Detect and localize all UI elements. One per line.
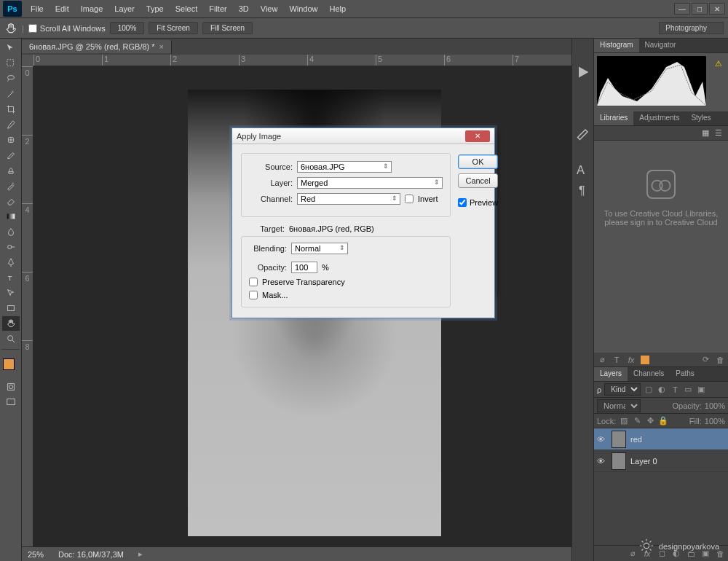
filter-adjust-icon[interactable]: ◐ bbox=[657, 385, 667, 395]
filter-image-icon[interactable]: ▢ bbox=[644, 385, 654, 395]
type-fx-icon[interactable]: T bbox=[612, 355, 622, 365]
fill-swatch-icon[interactable] bbox=[641, 356, 649, 364]
history-brush-tool[interactable] bbox=[2, 178, 20, 193]
lock-pixels-icon[interactable]: ✎ bbox=[632, 416, 642, 426]
layer-select[interactable]: Merged bbox=[297, 177, 443, 189]
path-selection-tool[interactable] bbox=[2, 286, 20, 300]
horizontal-ruler[interactable]: 01234567 bbox=[33, 55, 571, 66]
ruler-origin[interactable] bbox=[22, 55, 33, 66]
grid-view-icon[interactable]: ▦ bbox=[702, 128, 712, 138]
visibility-icon[interactable]: 👁 bbox=[597, 435, 607, 444]
minimize-button[interactable]: — bbox=[674, 3, 690, 15]
fx-icon[interactable]: fx bbox=[626, 355, 636, 365]
workspace-switcher[interactable]: Photography bbox=[659, 22, 724, 34]
menu-3d[interactable]: 3D bbox=[233, 1, 255, 16]
brushes-panel-icon[interactable] bbox=[574, 123, 592, 141]
layers-tab[interactable]: Layers bbox=[594, 367, 628, 381]
lasso-tool[interactable] bbox=[2, 71, 20, 86]
color-swatches[interactable] bbox=[0, 357, 21, 379]
zoom-tool[interactable] bbox=[2, 332, 20, 346]
zoom-100-button[interactable]: 100% bbox=[110, 22, 145, 34]
magic-wand-tool[interactable] bbox=[2, 87, 20, 101]
play-panel-icon[interactable] bbox=[574, 63, 592, 81]
warning-icon[interactable]: ⚠ bbox=[715, 59, 722, 68]
blending-select[interactable]: Normal bbox=[291, 243, 348, 254]
menu-filter[interactable]: Filter bbox=[203, 1, 232, 16]
cancel-button[interactable]: Cancel bbox=[458, 173, 498, 188]
layer-thumbnail[interactable] bbox=[612, 452, 626, 470]
layer-name[interactable]: red bbox=[630, 435, 642, 444]
doc-info[interactable]: Doc: 16,0M/37,3M bbox=[58, 550, 124, 559]
gradient-tool[interactable] bbox=[2, 209, 20, 224]
ok-button[interactable]: OK bbox=[458, 154, 498, 169]
move-tool[interactable] bbox=[2, 41, 20, 55]
menu-edit[interactable]: Edit bbox=[50, 1, 75, 16]
preserve-transparency-checkbox[interactable] bbox=[249, 278, 258, 286]
link-icon[interactable]: ⌀ bbox=[597, 355, 607, 365]
scroll-all-checkbox[interactable]: Scroll All Windows bbox=[28, 24, 106, 33]
invert-checkbox[interactable] bbox=[405, 195, 414, 203]
source-select[interactable]: 6новая.JPG bbox=[297, 161, 392, 173]
paths-tab[interactable]: Paths bbox=[670, 367, 700, 381]
menu-window[interactable]: Window bbox=[283, 1, 323, 16]
menu-type[interactable]: Type bbox=[141, 1, 170, 16]
brush-tool[interactable] bbox=[2, 148, 20, 162]
navigator-tab[interactable]: Navigator bbox=[639, 39, 682, 52]
document-tab[interactable]: 6новая.JPG @ 25% (red, RGB/8) * × bbox=[22, 40, 172, 53]
preview-checkbox[interactable]: Preview bbox=[458, 198, 498, 207]
blend-mode-select[interactable]: Normal bbox=[597, 399, 641, 412]
pen-tool[interactable] bbox=[2, 255, 20, 270]
styles-tab[interactable]: Styles bbox=[685, 111, 716, 125]
menu-help[interactable]: Help bbox=[324, 1, 352, 16]
lock-transparency-icon[interactable]: ▨ bbox=[619, 416, 629, 426]
refresh-icon[interactable]: ⟳ bbox=[700, 355, 711, 365]
fill-screen-button[interactable]: Fill Screen bbox=[202, 22, 253, 34]
menu-image[interactable]: Image bbox=[75, 1, 109, 16]
maximize-button[interactable]: □ bbox=[692, 3, 708, 15]
lock-all-icon[interactable]: 🔒 bbox=[658, 416, 668, 426]
mask-checkbox[interactable] bbox=[249, 291, 258, 299]
close-tab-icon[interactable]: × bbox=[159, 42, 164, 51]
opacity-input[interactable] bbox=[291, 262, 317, 273]
layer-name[interactable]: Layer 0 bbox=[630, 457, 657, 466]
marquee-tool[interactable] bbox=[2, 56, 20, 71]
libraries-tab[interactable]: Libraries bbox=[594, 111, 633, 125]
layer-filter-kind[interactable]: Kind bbox=[604, 383, 641, 396]
menu-file[interactable]: File bbox=[25, 1, 50, 16]
filter-smart-icon[interactable]: ▣ bbox=[696, 385, 706, 395]
quick-mask-toggle[interactable] bbox=[2, 380, 20, 394]
trash-icon[interactable]: 🗑 bbox=[715, 355, 725, 365]
clone-stamp-tool[interactable] bbox=[2, 163, 20, 178]
lock-position-icon[interactable]: ✥ bbox=[645, 416, 655, 426]
fit-screen-button[interactable]: Fit Screen bbox=[149, 22, 198, 34]
filter-type-icon[interactable]: T bbox=[670, 385, 680, 395]
foreground-color[interactable] bbox=[3, 358, 15, 370]
rectangle-tool[interactable] bbox=[2, 301, 20, 315]
close-window-button[interactable]: ✕ bbox=[709, 3, 725, 15]
type-tool[interactable]: T bbox=[2, 270, 20, 285]
dodge-tool[interactable] bbox=[2, 240, 20, 254]
channel-select[interactable]: Red bbox=[297, 193, 400, 205]
blur-tool[interactable] bbox=[2, 224, 20, 239]
menu-view[interactable]: View bbox=[255, 1, 284, 16]
visibility-icon[interactable]: 👁 bbox=[597, 457, 607, 466]
channels-tab[interactable]: Channels bbox=[628, 367, 670, 381]
healing-brush-tool[interactable] bbox=[2, 133, 20, 147]
paragraph-panel-icon[interactable]: ¶ bbox=[574, 181, 592, 199]
dialog-close-button[interactable]: ✕ bbox=[465, 130, 490, 142]
zoom-level[interactable]: 25% bbox=[28, 550, 44, 559]
menu-select[interactable]: Select bbox=[170, 1, 204, 16]
histogram-tab[interactable]: Histogram bbox=[594, 39, 639, 52]
filter-shape-icon[interactable]: ▭ bbox=[683, 385, 693, 395]
layer-row-layer0[interactable]: 👁 Layer 0 bbox=[594, 450, 728, 472]
crop-tool[interactable] bbox=[2, 102, 20, 117]
hand-tool[interactable] bbox=[2, 316, 20, 331]
menu-layer[interactable]: Layer bbox=[108, 1, 141, 16]
list-view-icon[interactable]: ☰ bbox=[715, 128, 725, 138]
layer-row-red[interactable]: 👁 red bbox=[594, 428, 728, 450]
eraser-tool[interactable] bbox=[2, 194, 20, 208]
adjustments-tab[interactable]: Adjustments bbox=[633, 111, 685, 125]
screen-mode-toggle[interactable] bbox=[2, 395, 20, 409]
dialog-titlebar[interactable]: Apply Image ✕ bbox=[232, 128, 494, 144]
vertical-ruler[interactable]: 02468 bbox=[22, 66, 33, 561]
